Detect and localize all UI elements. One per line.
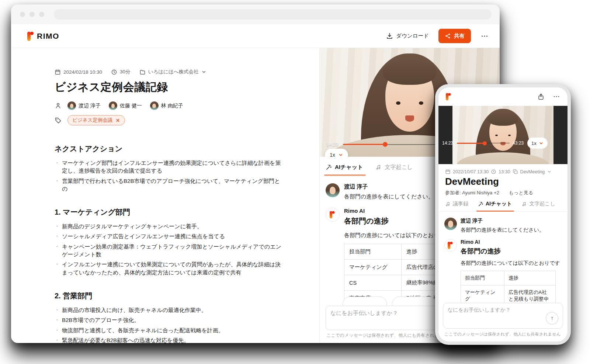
ios-share-icon[interactable]	[537, 93, 545, 100]
folder-icon	[139, 69, 146, 75]
rimo-ai-avatar	[326, 208, 340, 222]
calendar-icon	[55, 69, 61, 75]
tab-transcript[interactable]: 文字起こし	[375, 164, 413, 176]
browser-window: RIMO ダウンロード 共有 2024/02/18 10:30 30分	[11, 4, 500, 343]
participant-name: 佐藤 健一	[120, 103, 142, 109]
meeting-datetime: 2022/10/07 13:30	[453, 169, 489, 174]
video-current-time: 14:23	[326, 142, 339, 147]
rimo-logo-icon	[448, 241, 453, 250]
meeting-org-selector[interactable]: いろはにほへ株式会社	[148, 69, 199, 75]
avatar	[150, 101, 159, 110]
section-bullet-list: 新商品のデジタルマーケティングキャンペーンに着手。ソーシャルメディア広告とインフ…	[55, 222, 285, 276]
show-more-link[interactable]: もっと見る	[509, 190, 533, 196]
mobile-meeting-meta: 2022/10/07 13:30 13:30 DevMeeting	[438, 164, 568, 174]
message-author: 渡辺 淳子	[461, 218, 544, 224]
table-header: 進捗	[504, 271, 556, 285]
tag-pill[interactable]: ビジネス定例会議	[67, 115, 125, 125]
participant-name: 林 由紀子	[161, 103, 183, 109]
window-zoom-button[interactable]	[39, 12, 44, 17]
tab-minutes[interactable]: 議事録	[445, 201, 468, 211]
participant-chip[interactable]: 渡辺 淳子	[67, 101, 101, 110]
video-frame	[452, 106, 553, 164]
video-progress-bar[interactable]	[343, 144, 384, 145]
window-controls[interactable]	[20, 12, 44, 17]
window-close-button[interactable]	[20, 12, 25, 17]
download-label: ダウンロード	[396, 32, 429, 39]
meeting-org-selector[interactable]: DevMeeting	[520, 169, 545, 174]
bullet-item: 物流部門と連携して、各販売チャネルに合った配送戦略を計画。	[55, 326, 285, 334]
avatar	[326, 183, 340, 197]
tab-ai-chat[interactable]: AIチャット	[478, 201, 512, 211]
table-header: 担当部門	[344, 244, 402, 260]
browser-chrome	[11, 4, 500, 24]
tab-ai-chat[interactable]: AIチャット	[326, 164, 363, 176]
share-label: 共有	[454, 32, 465, 39]
tab-label: 文字起こし	[385, 164, 413, 171]
music-note-icon	[445, 201, 451, 207]
section-bullet-list: 新商品の市場投入に向け、販売チャネルの最適化作業中。B2B市場でのアプローチ強化…	[55, 306, 285, 343]
section-heading: 1. マーケティング部門	[55, 207, 308, 217]
video-progress-bar[interactable]	[457, 143, 483, 144]
rimo-ai-avatar	[444, 239, 457, 252]
mobile-device: 14:23 43:23 1x 2022/10/07 13:30 13:30 De…	[435, 84, 571, 345]
rimo-logo-icon	[330, 210, 335, 219]
playback-speed-selector[interactable]: 1x	[325, 149, 348, 157]
share-nodes-icon	[445, 33, 451, 39]
video-progress-track[interactable]	[487, 143, 510, 143]
video-progress-handle[interactable]	[383, 142, 388, 147]
table-header: 担当部門	[461, 271, 504, 285]
url-bar[interactable]	[54, 9, 492, 20]
section-heading: 2. 営業部門	[55, 291, 308, 301]
playback-speed-selector[interactable]: 1x	[527, 138, 548, 149]
person-icon	[55, 102, 62, 109]
page-title: ビジネス定例会議記録	[55, 80, 308, 95]
message-author: 渡辺 淳子	[344, 183, 434, 190]
ai-answer-heading: 各部門の進捗	[461, 247, 560, 256]
more-menu-button[interactable]	[553, 93, 560, 100]
participant-chip[interactable]: 林 由紀子	[150, 101, 183, 110]
bullet-item: 緊急配送が必要なB2B顧客への迅速な対応を優先。	[55, 336, 285, 343]
video-total-time: 43:23	[513, 141, 524, 146]
window-minimize-button[interactable]	[30, 12, 35, 17]
share-button[interactable]: 共有	[438, 29, 471, 43]
participant-name: 渡辺 淳子	[79, 103, 101, 109]
chat-message-user: 渡辺 淳子 各部門の進捗を表にしてください。	[444, 218, 562, 234]
playback-speed-value: 1x	[531, 141, 537, 146]
participant-chip[interactable]: 佐藤 健一	[109, 101, 142, 110]
avatar	[109, 101, 117, 110]
download-button[interactable]: ダウンロード	[386, 32, 429, 39]
ai-answer-body: 各部門の進捗については以下のとおりです	[461, 259, 560, 267]
chat-disclaimer: ここでのメッセージは保存されず、他人にも共有されません	[444, 332, 568, 337]
meeting-meta-row: 2024/02/18 10:30 30分 いろはにほへ株式会社	[55, 69, 308, 75]
rimo-logo-word: RIMO	[37, 32, 59, 41]
tag-icon	[55, 117, 62, 124]
message-text: 各部門の進捗を表にしてください。	[461, 226, 544, 234]
mobile-tabs: 議事録 AIチャット 文字起こし	[438, 196, 568, 212]
bullet-item: インフルエンサー連携について効果測定についての質問があったが、具体的な詳細は決ま…	[55, 260, 285, 276]
close-icon[interactable]	[115, 118, 120, 123]
bullet-item: 営業部門で行われているB2B市場でのアプローチ強化について、マーケティング部門と…	[55, 177, 285, 193]
music-note-icon	[521, 201, 527, 207]
video-progress-handle[interactable]	[483, 141, 487, 145]
rimo-logo[interactable]: RIMO	[27, 31, 59, 42]
more-menu-button[interactable]	[480, 32, 489, 40]
meeting-duration: 30分	[120, 69, 131, 75]
chevron-down-icon	[338, 152, 343, 157]
bullet-item: ソーシャルメディア広告とインフルエンサー連携に焦点を当てる	[55, 232, 285, 240]
rimo-logo-icon[interactable]	[446, 92, 451, 101]
clock-icon	[491, 169, 496, 174]
mobile-participants: 参加者: Ayumi Nishiya +2	[445, 190, 499, 196]
copy-icon	[513, 169, 518, 174]
send-button[interactable]: ↑	[546, 312, 558, 325]
bullet-item: マーケティング部門はインフルエンサー連携の効果測定についてさらに詳細な計画を策定…	[55, 159, 285, 175]
clock-icon	[111, 69, 117, 75]
tab-transcript[interactable]: 文字起こし	[521, 201, 555, 211]
chevron-down-icon	[539, 141, 544, 146]
avatar	[67, 101, 76, 110]
chat-input-container: ↑	[443, 303, 563, 329]
chat-input[interactable]	[448, 307, 536, 325]
message-author: Rimo AI	[461, 239, 560, 245]
magic-wand-icon	[478, 201, 483, 207]
mobile-video-player[interactable]: 14:23 43:23 1x	[438, 106, 568, 164]
rimo-logo-icon	[27, 31, 34, 42]
